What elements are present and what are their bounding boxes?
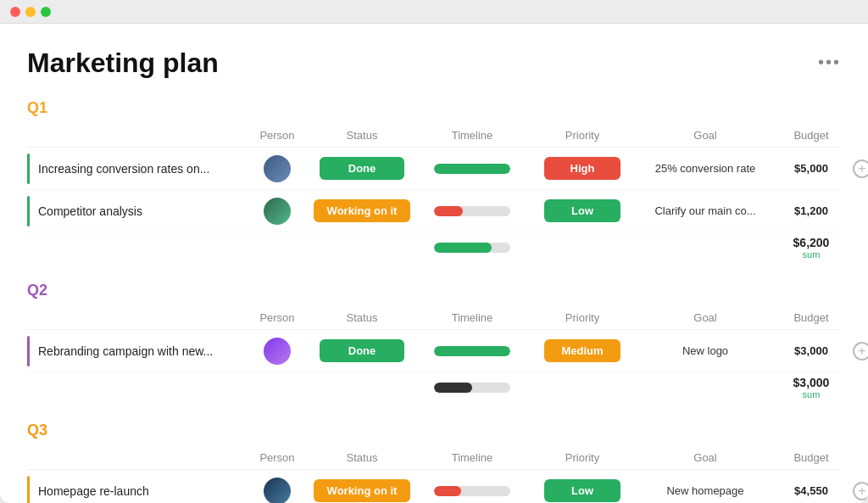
priority-badge[interactable]: Low xyxy=(544,199,620,222)
more-options-button[interactable]: ••• xyxy=(818,53,841,72)
status-cell[interactable]: Done xyxy=(307,339,417,362)
summary-budget: $6,200sum xyxy=(773,236,849,260)
timeline-cell xyxy=(417,164,527,174)
status-badge[interactable]: Done xyxy=(320,339,404,362)
avatar-cell xyxy=(248,478,307,504)
close-btn[interactable] xyxy=(10,7,20,17)
row-border xyxy=(27,196,30,226)
timeline-track xyxy=(434,164,510,174)
table-header-q1: PersonStatusTimelinePriorityGoalBudget xyxy=(27,124,841,148)
page-title: Marketing plan xyxy=(27,48,219,79)
table-row: Competitor analysisWorking on itLowClari… xyxy=(27,190,841,232)
summary-row: $3,000sum xyxy=(27,372,841,405)
summary-budget-label: sum xyxy=(773,389,849,400)
col-header-5: Goal xyxy=(637,451,773,464)
summary-timeline xyxy=(417,243,527,253)
row-name-text: Rebranding campaign with new... xyxy=(38,344,213,358)
add-row-button[interactable]: + xyxy=(853,342,868,360)
section-label-q3: Q3 xyxy=(27,422,841,439)
row-name-text: Homepage re-launch xyxy=(38,484,149,498)
row-name: Homepage re-launch xyxy=(27,476,248,504)
priority-badge[interactable]: Low xyxy=(544,479,620,502)
add-row-button[interactable]: + xyxy=(853,482,868,500)
section-label-q2: Q2 xyxy=(27,282,841,299)
col-header-2: Status xyxy=(307,129,417,142)
col-header-6: Budget xyxy=(773,311,849,324)
add-row-button[interactable]: + xyxy=(853,159,868,178)
section-q3: Q3PersonStatusTimelinePriorityGoalBudget… xyxy=(27,422,841,503)
status-cell[interactable]: Working on it xyxy=(307,479,417,502)
summary-row: $6,200sum xyxy=(27,232,841,265)
table-row: Homepage re-launchWorking on itLowNew ho… xyxy=(27,470,841,503)
timeline-cell xyxy=(417,486,527,496)
row-name-text: Competitor analysis xyxy=(38,204,142,218)
col-header-5: Goal xyxy=(637,311,773,324)
main-content: Marketing plan ••• Q1PersonStatusTimelin… xyxy=(0,24,868,503)
col-header-2: Status xyxy=(307,311,417,324)
priority-cell[interactable]: Low xyxy=(527,479,637,502)
summary-timeline xyxy=(417,383,527,393)
status-cell[interactable]: Done xyxy=(307,157,417,180)
priority-cell[interactable]: High xyxy=(527,157,637,180)
row-border xyxy=(27,154,30,184)
row-name-text: Increasing conversion rates on... xyxy=(38,162,209,176)
col-header-1: Person xyxy=(248,311,307,324)
timeline-fill xyxy=(434,206,463,216)
timeline-fill xyxy=(434,486,461,496)
col-header-3: Timeline xyxy=(417,129,527,142)
summary-budget-amount: $3,000 xyxy=(773,376,849,389)
section-label-q1: Q1 xyxy=(27,99,841,117)
avatar-cell xyxy=(248,198,307,225)
col-header-3: Timeline xyxy=(417,451,527,464)
avatar xyxy=(264,338,291,365)
timeline-cell xyxy=(417,206,527,216)
sections-container: Q1PersonStatusTimelinePriorityGoalBudget… xyxy=(27,99,841,503)
col-header-3: Timeline xyxy=(417,311,527,324)
avatar-cell xyxy=(248,155,307,182)
priority-cell[interactable]: Medium xyxy=(527,339,637,362)
add-row-cell: + xyxy=(849,342,868,360)
col-header-4: Priority xyxy=(527,311,637,324)
summary-budget: $3,000sum xyxy=(773,376,849,400)
row-border xyxy=(27,476,30,504)
col-header-4: Priority xyxy=(527,129,637,142)
budget-cell: $3,000 xyxy=(773,344,849,357)
row-name: Rebranding campaign with new... xyxy=(27,336,248,366)
col-header-1: Person xyxy=(248,129,307,142)
table-q1: PersonStatusTimelinePriorityGoalBudgetIn… xyxy=(27,124,841,265)
summary-timeline-track xyxy=(434,243,510,253)
section-q2: Q2PersonStatusTimelinePriorityGoalBudget… xyxy=(27,282,841,405)
row-border xyxy=(27,336,30,366)
avatar xyxy=(264,198,291,225)
summary-timeline-track xyxy=(434,383,510,393)
status-cell[interactable]: Working on it xyxy=(307,199,417,222)
maximize-btn[interactable] xyxy=(41,7,51,17)
table-header-q3: PersonStatusTimelinePriorityGoalBudget xyxy=(27,446,841,470)
priority-badge[interactable]: High xyxy=(544,157,620,180)
app-window: Marketing plan ••• Q1PersonStatusTimelin… xyxy=(0,0,868,503)
page-header: Marketing plan ••• xyxy=(27,48,841,79)
priority-cell[interactable]: Low xyxy=(527,199,637,222)
timeline-track xyxy=(434,346,510,356)
status-badge[interactable]: Working on it xyxy=(314,479,411,502)
timeline-cell xyxy=(417,346,527,356)
summary-timeline-fill xyxy=(434,383,472,393)
col-header-4: Priority xyxy=(527,451,637,464)
minimize-btn[interactable] xyxy=(25,7,36,17)
timeline-fill xyxy=(434,346,510,356)
goal-cell: Clarify our main co... xyxy=(637,204,773,217)
col-header-6: Budget xyxy=(773,451,849,464)
status-badge[interactable]: Done xyxy=(320,157,404,180)
goal-cell: New homepage xyxy=(637,484,773,497)
summary-timeline-fill xyxy=(434,243,492,253)
table-q2: PersonStatusTimelinePriorityGoalBudgetRe… xyxy=(27,306,841,405)
priority-badge[interactable]: Medium xyxy=(544,339,620,362)
col-header-5: Goal xyxy=(637,129,773,142)
goal-cell: 25% conversion rate xyxy=(637,162,773,175)
budget-cell: $5,000 xyxy=(773,162,849,175)
avatar xyxy=(264,155,291,182)
table-row: Increasing conversion rates on...DoneHig… xyxy=(27,148,841,190)
timeline-track xyxy=(434,486,510,496)
status-badge[interactable]: Working on it xyxy=(314,199,411,222)
col-header-6: Budget xyxy=(773,129,849,142)
